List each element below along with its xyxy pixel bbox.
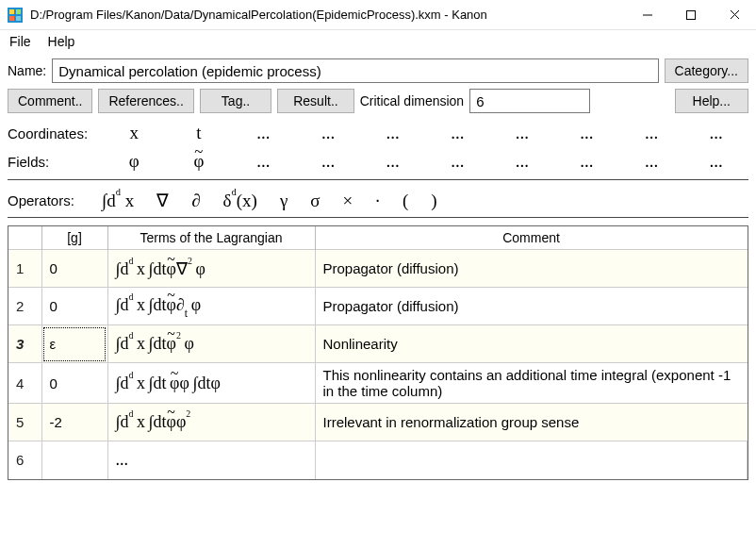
help-button[interactable]: Help... xyxy=(675,89,748,113)
lagrangian-table: [g] Terms of the Lagrangian Comment 1 0 … xyxy=(8,225,748,480)
close-button[interactable] xyxy=(713,0,756,30)
name-input[interactable] xyxy=(52,58,658,83)
field-cell[interactable]: ... xyxy=(425,151,490,172)
table-row[interactable]: 4 0 ∫dd x ∫dt φφ ∫dtφ This nonlinearity … xyxy=(8,363,748,404)
g-value[interactable]: ε xyxy=(41,325,107,363)
minimize-button[interactable] xyxy=(626,0,669,30)
coord-cell[interactable]: ... xyxy=(554,123,619,143)
col-rownum xyxy=(8,226,41,250)
menu-help[interactable]: Help xyxy=(48,34,75,49)
maximize-button[interactable] xyxy=(669,0,713,30)
coord-cell[interactable]: ... xyxy=(619,123,684,143)
lagrangian-term[interactable]: ... xyxy=(107,441,315,479)
row-comment[interactable]: Propagator (diffusion) xyxy=(315,250,748,288)
name-label: Name: xyxy=(8,63,46,78)
row-number: 1 xyxy=(8,250,41,288)
g-value[interactable]: 0 xyxy=(41,250,107,288)
table-header-row: [g] Terms of the Lagrangian Comment xyxy=(8,226,748,250)
field-cell[interactable]: ... xyxy=(619,151,684,172)
op-dot[interactable]: · xyxy=(364,191,391,211)
table-row[interactable]: 3 ε ∫dd x ∫dtφ2 φ Nonlinearity xyxy=(8,325,748,363)
app-icon xyxy=(8,8,23,23)
table-row[interactable]: 6 ... xyxy=(8,441,748,479)
g-value[interactable]: 0 xyxy=(41,363,107,404)
lagrangian-term[interactable]: ∫dd x ∫dtφ∂t φ xyxy=(107,288,315,325)
col-terms: Terms of the Lagrangian xyxy=(107,226,315,250)
op-times[interactable]: × xyxy=(332,191,365,211)
coord-cell[interactable]: ... xyxy=(683,123,748,143)
critical-dimension-input[interactable] xyxy=(469,89,590,113)
field-cell[interactable]: ... xyxy=(490,151,555,172)
lagrangian-term[interactable]: ∫dd x ∫dtφφ2 xyxy=(107,404,315,441)
svg-rect-2 xyxy=(16,9,21,14)
result-button[interactable]: Result.. xyxy=(277,89,353,113)
coord-cell[interactable]: ... xyxy=(360,123,425,143)
g-value[interactable]: -2 xyxy=(41,404,107,441)
toolbar-row: Comment.. References.. Tag.. Result.. Cr… xyxy=(8,89,748,113)
category-button[interactable]: Category... xyxy=(665,58,748,83)
row-comment[interactable]: Irrelevant in renormalization group sens… xyxy=(315,404,748,441)
lagrangian-term[interactable]: ∫dd x ∫dt φφ ∫dtφ xyxy=(107,363,315,404)
coordinates-row: Coordinates: x t ... ... ... ... ... ...… xyxy=(8,119,748,147)
operators-label: Operators: xyxy=(8,192,90,208)
op-nabla[interactable]: ∇ xyxy=(145,190,180,211)
row-number: 5 xyxy=(8,404,41,441)
g-value[interactable]: 0 xyxy=(41,288,107,325)
col-g: [g] xyxy=(41,226,107,250)
op-lparen[interactable]: ( xyxy=(391,191,419,211)
op-rparen[interactable]: ) xyxy=(419,191,448,211)
fields-label: Fields: xyxy=(8,154,102,170)
references-button[interactable]: References.. xyxy=(98,89,193,113)
row-comment[interactable]: This nonlinearity contains an additional… xyxy=(315,363,748,404)
menu-file[interactable]: File xyxy=(9,34,31,49)
coord-cell[interactable]: x xyxy=(102,123,167,143)
field-cell[interactable]: ... xyxy=(554,151,619,172)
critical-dimension-label: Critical dimension xyxy=(360,93,464,108)
coord-cell[interactable]: ... xyxy=(231,123,296,143)
tag-button[interactable]: Tag.. xyxy=(200,89,271,113)
row-number: 6 xyxy=(8,441,41,479)
lagrangian-term[interactable]: ∫dd x ∫dtφ2 φ xyxy=(107,325,315,363)
row-number: 4 xyxy=(8,363,41,404)
coord-cell[interactable]: ... xyxy=(425,123,490,143)
op-gamma[interactable]: γ xyxy=(269,191,299,211)
field-cell[interactable]: φ xyxy=(167,151,232,172)
row-number: 2 xyxy=(8,288,41,325)
svg-rect-3 xyxy=(9,16,14,21)
field-cell[interactable]: ... xyxy=(683,151,748,172)
op-delta[interactable]: δd(x) xyxy=(212,191,269,211)
coord-cell[interactable]: t xyxy=(167,123,232,143)
row-number: 3 xyxy=(8,325,41,363)
svg-rect-1 xyxy=(9,9,14,14)
op-partial[interactable]: ∂ xyxy=(180,191,211,211)
field-cell[interactable]: φ xyxy=(102,151,167,172)
svg-rect-6 xyxy=(687,10,696,19)
operators-row: Operators: ∫dd x ∇ ∂ δd(x) γ σ × · ( ) xyxy=(8,186,748,218)
fields-row: Fields: φ φ ... ... ... ... ... ... ... … xyxy=(8,147,748,175)
comment-button[interactable]: Comment.. xyxy=(8,89,92,113)
field-cell[interactable]: ... xyxy=(231,151,296,172)
row-comment[interactable]: Propagator (diffusion) xyxy=(315,288,748,325)
table-row[interactable]: 5 -2 ∫dd x ∫dtφφ2 Irrelevant in renormal… xyxy=(8,404,748,441)
g-value[interactable] xyxy=(41,441,107,479)
svg-rect-4 xyxy=(16,16,21,21)
name-row: Name: Category... xyxy=(8,58,748,83)
table-row[interactable]: 1 0 ∫dd x ∫dtφ∇2 φ Propagator (diffusion… xyxy=(8,250,748,288)
row-comment[interactable]: Nonlinearity xyxy=(315,325,748,363)
divider xyxy=(8,179,748,180)
coord-cell[interactable]: ... xyxy=(490,123,555,143)
coord-cell[interactable]: ... xyxy=(296,123,361,143)
field-cell[interactable]: ... xyxy=(296,151,361,172)
op-sigma[interactable]: σ xyxy=(299,191,331,211)
op-integral[interactable]: ∫dd x xyxy=(90,191,145,211)
col-comment: Comment xyxy=(315,226,748,250)
title-bar: D:/Program Files/Kanon/Data/DynamicalPer… xyxy=(0,0,756,30)
coordinates-label: Coordinates: xyxy=(8,125,102,141)
field-cell[interactable]: ... xyxy=(360,151,425,172)
table-row[interactable]: 2 0 ∫dd x ∫dtφ∂t φ Propagator (diffusion… xyxy=(8,288,748,325)
lagrangian-term[interactable]: ∫dd x ∫dtφ∇2 φ xyxy=(107,250,315,288)
window-controls xyxy=(626,0,756,30)
menu-bar: File Help xyxy=(0,30,756,53)
row-comment[interactable] xyxy=(315,441,748,479)
window-title: D:/Program Files/Kanon/Data/DynamicalPer… xyxy=(30,8,626,22)
